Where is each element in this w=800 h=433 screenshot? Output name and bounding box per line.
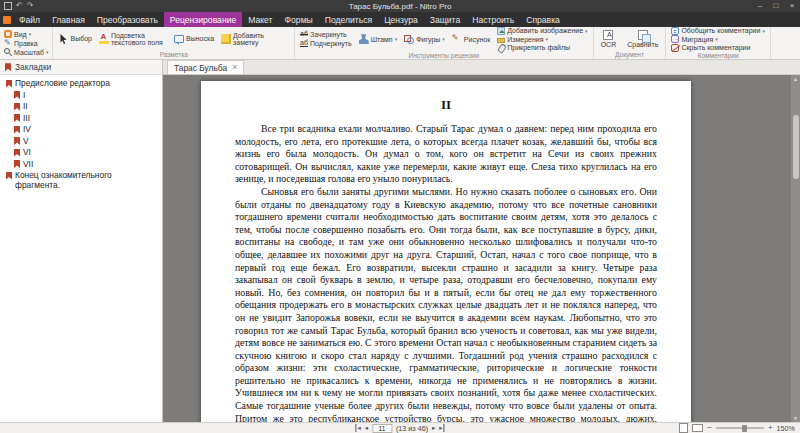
ribbon: Вид▾ПравкаМасштаб▾ ВыборПодсветка тексто…	[0, 27, 800, 60]
underline-icon	[300, 40, 308, 48]
bookmark-item[interactable]: V	[0, 136, 162, 148]
bookmark-item[interactable]: I	[0, 90, 162, 102]
zoom-controls: − + 150%	[679, 423, 795, 433]
chevron-down-icon: ▾	[442, 36, 445, 42]
bookmark-item[interactable]: Конец ознакомительного фрагмента.	[0, 170, 162, 191]
compare-icon	[638, 30, 648, 40]
bookmark-item[interactable]: Предисловие редактора	[0, 78, 162, 90]
migrate-icon	[671, 35, 679, 43]
vertical-scrollbar[interactable]: ▲ ▼	[791, 75, 800, 422]
undo-icon[interactable]: ↶	[16, 2, 23, 10]
ribbon-tab-bar: ФайлГлавнаяПреобразоватьРецензированиеМа…	[0, 12, 800, 27]
ribbon-tab-share[interactable]: Поделиться	[319, 12, 378, 27]
ribbon-tab-home[interactable]: Главная	[46, 12, 91, 27]
close-button[interactable]: ×	[784, 0, 800, 12]
ribbon-group: ВыборПодсветка текстового поляВыноскаДоб…	[53, 27, 295, 59]
minimize-button[interactable]: –	[752, 0, 768, 12]
ribbon-tab-review[interactable]: Рецензирование	[164, 12, 242, 27]
ribbon-tab-help[interactable]: Справка	[520, 12, 566, 27]
scroll-down-icon[interactable]: ▼	[791, 414, 800, 422]
bookmark-icon	[14, 114, 20, 122]
underline-button[interactable]: Подчеркнуть	[298, 40, 354, 48]
bookmark-item[interactable]: VI	[0, 147, 162, 159]
add-note-button[interactable]: Добавить заметку	[219, 32, 291, 46]
highlight-text-field-button[interactable]: Подсветка текстового поля	[97, 32, 169, 46]
page-navigation: ◂ ◂ 11 (13 из 46) ▸ ▸	[355, 423, 444, 433]
callout-icon	[174, 35, 184, 43]
previous-page-button[interactable]: ◂	[365, 424, 368, 432]
ribbon-tab-layout[interactable]: Макет	[242, 12, 278, 27]
maximize-button[interactable]: □	[768, 0, 784, 12]
ribbon-tab-file[interactable]: Файл	[13, 12, 46, 27]
quick-access-toolbar: ↶ ↷	[0, 2, 33, 10]
summarize-icon	[671, 27, 679, 35]
bookmark-item[interactable]: IV	[0, 124, 162, 136]
fit-page-icon[interactable]	[679, 423, 688, 433]
bookmark-item[interactable]: VII	[0, 159, 162, 171]
ribbon-tab-protect[interactable]: Защита	[424, 12, 466, 27]
document-tab-close-icon[interactable]: ×	[232, 63, 237, 72]
bookmarks-panel: Закладки Предисловие редактораIIIIIIIVVV…	[0, 60, 163, 422]
bookmark-item[interactable]: II	[0, 101, 162, 113]
bookmarks-panel-header: Закладки	[0, 60, 162, 75]
zoom-tool-button[interactable]: Масштаб▾	[4, 48, 48, 56]
zoom-slider-thumb[interactable]	[742, 425, 747, 432]
view-tool-button[interactable]: Вид▾	[4, 30, 48, 38]
ocr-icon	[603, 30, 613, 40]
chevron-down-icon: ▾	[46, 49, 49, 55]
page-number-input[interactable]: 11	[372, 424, 392, 433]
fit-width-icon[interactable]	[692, 424, 703, 432]
document-tab-bar: Тарас Бульба ×	[163, 60, 800, 75]
chevron-down-icon: ▾	[546, 36, 549, 42]
zoom-in-button[interactable]: +	[768, 424, 773, 432]
view-icon	[4, 30, 12, 38]
bookmark-icon	[14, 103, 20, 111]
add-image-button[interactable]: Добавить изображение▾	[495, 27, 589, 35]
hidecomments-icon	[671, 44, 679, 52]
ribbon-tab-convert[interactable]: Преобразовать	[91, 12, 164, 27]
edit-icon	[4, 39, 12, 47]
zoom-slider[interactable]	[716, 427, 764, 429]
ribbon-group-label: Комментарии	[669, 52, 767, 60]
scroll-up-icon[interactable]: ▲	[791, 75, 800, 83]
migration-button[interactable]: Миграция▾	[669, 36, 767, 44]
chapter-heading: II	[235, 97, 657, 113]
summarize-comments-button[interactable]: Обобщить комментарии▾	[669, 27, 767, 35]
ocr-button[interactable]: OCR	[597, 30, 621, 48]
redo-icon[interactable]: ↷	[27, 2, 34, 10]
highlight-icon	[99, 34, 109, 44]
next-page-button[interactable]: ▸	[432, 424, 435, 432]
drawing-button[interactable]: Рисунок	[450, 34, 492, 44]
hide-comments-button[interactable]: Скрыть комментарии	[669, 44, 767, 52]
callout-button[interactable]: Выноска	[172, 35, 216, 43]
attach-icon	[497, 44, 505, 52]
compare-button[interactable]: Сравнить	[623, 30, 662, 48]
shapes-button[interactable]: Фигуры▾	[402, 34, 447, 44]
nitro-logo-icon	[0, 12, 13, 27]
save-icon[interactable]	[4, 2, 12, 10]
document-tab[interactable]: Тарас Бульба ×	[167, 60, 244, 74]
title-bar: ↶ ↷ Тарас Бульба.pdf - Nitro Pro – □ ×	[0, 0, 800, 12]
pdf-page[interactable]: II Все три всадника ехали молчаливо. Ста…	[201, 81, 691, 422]
ribbon-tab-customize[interactable]: Настроить	[466, 12, 520, 27]
image-icon	[497, 27, 505, 35]
chevron-down-icon: ▾	[585, 28, 588, 34]
chevron-down-icon: ▾	[715, 36, 718, 42]
select-button[interactable]: Выбор	[56, 34, 94, 44]
bookmark-item[interactable]: III	[0, 113, 162, 125]
scrollbar-thumb[interactable]	[793, 115, 799, 179]
first-page-button[interactable]: ◂	[355, 424, 360, 432]
ribbon-tab-redact[interactable]: Цензура	[378, 12, 424, 27]
zoom-out-button[interactable]: −	[707, 424, 712, 432]
edit-tool-button[interactable]: Правка	[4, 39, 48, 47]
attach-files-button[interactable]: Прикрепить файлы	[495, 44, 589, 52]
note-icon	[221, 34, 231, 44]
measure-button[interactable]: Измерения▾	[495, 36, 589, 44]
bookmark-icon	[14, 137, 20, 145]
document-viewport[interactable]: II Все три всадника ехали молчаливо. Ста…	[163, 75, 800, 422]
ribbon-group-label: Инструменты рецензии	[298, 52, 590, 60]
ribbon-group-label: Документ	[597, 51, 663, 59]
stamp-button[interactable]: Штамп▾	[357, 34, 400, 44]
ribbon-tab-forms[interactable]: Формы	[279, 12, 319, 27]
last-page-button[interactable]: ▸	[439, 424, 444, 432]
